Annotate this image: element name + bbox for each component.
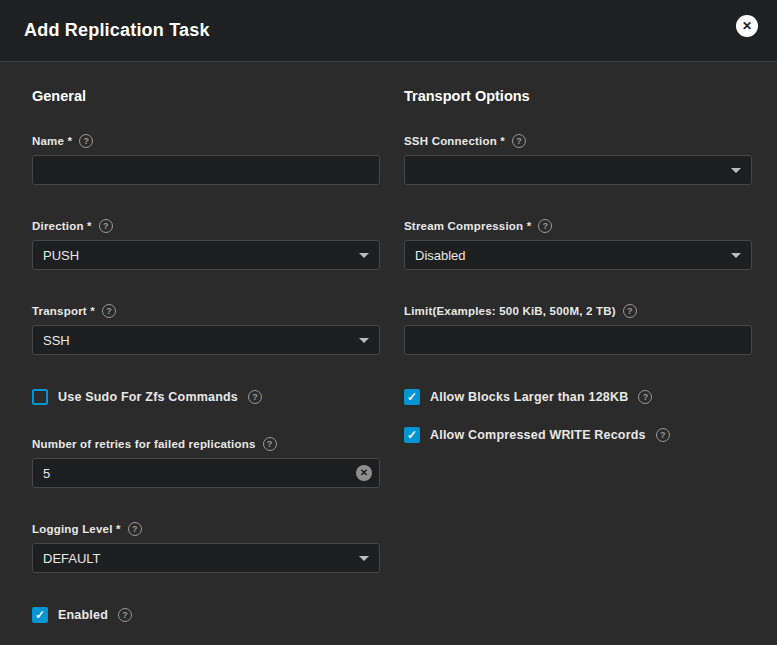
enabled-label: Enabled xyxy=(58,608,108,622)
clear-icon[interactable]: ✕ xyxy=(356,465,372,481)
stream-compression-select[interactable]: Disabled xyxy=(404,240,752,270)
dialog-body: General Name * ? Direction * ? PUSH xyxy=(0,62,777,645)
transport-options-heading: Transport Options xyxy=(404,88,752,104)
logging-level-select-value: DEFAULT xyxy=(43,551,101,566)
large-blocks-help-icon[interactable]: ? xyxy=(638,390,652,404)
ssh-connection-help-icon[interactable]: ? xyxy=(512,134,526,148)
transport-field-group: Transport * ? SSH xyxy=(32,304,380,355)
sudo-help-icon[interactable]: ? xyxy=(248,390,262,404)
transport-select[interactable]: SSH xyxy=(32,325,380,355)
compressed-write-label: Allow Compressed WRITE Records xyxy=(430,428,646,442)
ssh-connection-label: SSH Connection * xyxy=(404,135,505,147)
add-replication-task-dialog: Add Replication Task ✕ General Name * ? … xyxy=(0,0,777,645)
direction-field-group: Direction * ? PUSH xyxy=(32,219,380,270)
stream-compression-label: Stream Compression * xyxy=(404,220,531,232)
logging-level-label: Logging Level * xyxy=(32,523,121,535)
logging-help-icon[interactable]: ? xyxy=(128,522,142,536)
enabled-checkbox[interactable]: ✓ xyxy=(32,607,48,623)
large-blocks-label: Allow Blocks Larger than 128KB xyxy=(430,390,628,404)
name-input[interactable] xyxy=(32,155,380,185)
dialog-header: Add Replication Task ✕ xyxy=(0,0,777,62)
compressed-write-checkbox[interactable]: ✓ xyxy=(404,427,420,443)
chevron-down-icon xyxy=(359,338,369,343)
name-field-group: Name * ? xyxy=(32,134,380,185)
stream-compression-help-icon[interactable]: ? xyxy=(538,219,552,233)
limit-field-group: Limit(Examples: 500 KiB, 500M, 2 TB) ? xyxy=(404,304,752,355)
close-button[interactable]: ✕ xyxy=(736,15,758,37)
check-icon: ✓ xyxy=(407,391,417,403)
enabled-checkbox-row: ✓ Enabled ? xyxy=(32,607,380,623)
enabled-help-icon[interactable]: ? xyxy=(118,608,132,622)
compressed-write-help-icon[interactable]: ? xyxy=(656,428,670,442)
direction-select[interactable]: PUSH xyxy=(32,240,380,270)
general-section: General Name * ? Direction * ? PUSH xyxy=(32,88,380,645)
limit-label: Limit(Examples: 500 KiB, 500M, 2 TB) xyxy=(404,305,616,317)
chevron-down-icon xyxy=(359,253,369,258)
direction-select-value: PUSH xyxy=(43,248,79,263)
large-blocks-checkbox-row: ✓ Allow Blocks Larger than 128KB ? xyxy=(404,389,752,405)
transport-label: Transport * xyxy=(32,305,95,317)
transport-options-section: Transport Options SSH Connection * ? Str… xyxy=(404,88,752,645)
stream-compression-select-value: Disabled xyxy=(415,248,466,263)
retries-input[interactable] xyxy=(32,458,380,488)
chevron-down-icon xyxy=(359,556,369,561)
logging-level-select[interactable]: DEFAULT xyxy=(32,543,380,573)
retries-label: Number of retries for failed replication… xyxy=(32,438,256,450)
close-icon: ✕ xyxy=(742,20,752,32)
chevron-down-icon xyxy=(731,168,741,173)
check-icon: ✓ xyxy=(35,609,45,621)
transport-help-icon[interactable]: ? xyxy=(102,304,116,318)
name-help-icon[interactable]: ? xyxy=(79,134,93,148)
sudo-checkbox[interactable]: ✓ xyxy=(32,389,48,405)
check-icon: ✓ xyxy=(407,429,417,441)
direction-help-icon[interactable]: ? xyxy=(99,219,113,233)
large-blocks-checkbox[interactable]: ✓ xyxy=(404,389,420,405)
sudo-checkbox-row: ✓ Use Sudo For Zfs Commands ? xyxy=(32,389,380,405)
sudo-label: Use Sudo For Zfs Commands xyxy=(58,390,238,404)
chevron-down-icon xyxy=(731,253,741,258)
transport-select-value: SSH xyxy=(43,333,70,348)
logging-field-group: Logging Level * ? DEFAULT xyxy=(32,522,380,573)
name-label: Name * xyxy=(32,135,72,147)
limit-input[interactable] xyxy=(404,325,752,355)
retries-help-icon[interactable]: ? xyxy=(263,437,277,451)
ssh-connection-select[interactable] xyxy=(404,155,752,185)
direction-label: Direction * xyxy=(32,220,92,232)
ssh-connection-field-group: SSH Connection * ? xyxy=(404,134,752,185)
retries-field-group: Number of retries for failed replication… xyxy=(32,437,380,488)
limit-help-icon[interactable]: ? xyxy=(623,304,637,318)
dialog-title: Add Replication Task xyxy=(24,20,210,41)
general-heading: General xyxy=(32,88,380,104)
stream-compression-field-group: Stream Compression * ? Disabled xyxy=(404,219,752,270)
compressed-write-checkbox-row: ✓ Allow Compressed WRITE Records ? xyxy=(404,427,752,443)
